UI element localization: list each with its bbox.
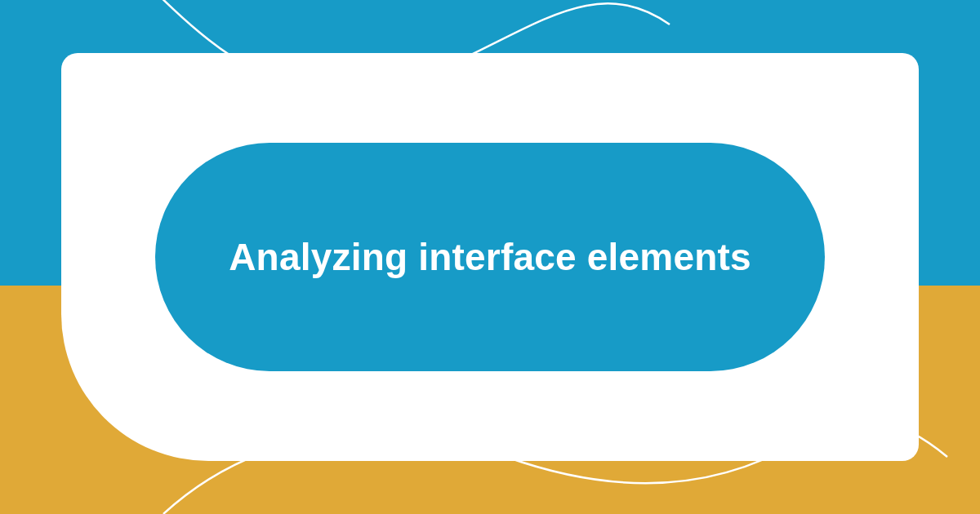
title-pill: Analyzing interface elements <box>155 143 825 371</box>
main-title: Analyzing interface elements <box>229 235 751 279</box>
